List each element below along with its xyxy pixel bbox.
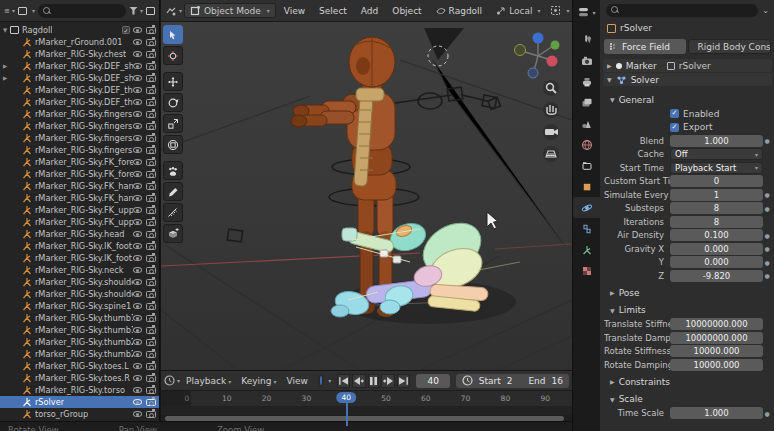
- camera-icon[interactable]: [146, 147, 156, 154]
- camera-icon[interactable]: [146, 375, 156, 382]
- eye-icon[interactable]: [133, 75, 142, 81]
- disclosure-icon[interactable]: ▶: [0, 75, 10, 81]
- timeline-track[interactable]: [161, 406, 572, 415]
- outliner-row[interactable]: rMarker_RIG-Sky.IK_foot.: [0, 252, 159, 264]
- number-field[interactable]: 1.000: [670, 407, 763, 419]
- camera-icon[interactable]: [146, 87, 156, 94]
- start-frame-field[interactable]: Start: [479, 376, 501, 386]
- outliner-row[interactable]: rMarker_RIG-Sky.DEF_thi: [0, 96, 159, 108]
- ruler-tick[interactable]: 30: [302, 394, 312, 403]
- eye-icon[interactable]: [133, 279, 142, 285]
- eye-icon[interactable]: [133, 171, 142, 177]
- tool-rotate[interactable]: [163, 93, 183, 112]
- tool-annotate[interactable]: [163, 182, 183, 201]
- jump-to-start-button[interactable]: [337, 374, 350, 388]
- outliner-row[interactable]: rMarker_RIG-Sky.IK_foot.: [0, 240, 159, 252]
- number-field[interactable]: 0.000: [670, 243, 763, 255]
- outliner-row[interactable]: rMarker_RIG-Sky.chest: [0, 48, 159, 60]
- camera-icon[interactable]: [146, 111, 156, 118]
- eye-icon[interactable]: [133, 195, 142, 201]
- outliner-row[interactable]: rMarker_RIG-Sky.fingers2: [0, 132, 159, 144]
- orientation-dropdown[interactable]: Local ▾: [492, 4, 544, 17]
- number-field[interactable]: 8: [670, 202, 763, 214]
- number-field[interactable]: 0: [670, 175, 763, 187]
- number-field[interactable]: 10000.000: [670, 345, 763, 357]
- properties-options-icon[interactable]: ⌄: [762, 6, 769, 15]
- perspective-button[interactable]: [543, 146, 559, 162]
- outliner-collection-row[interactable]: ▼ Ragdoll ✓: [0, 24, 159, 36]
- camera-icon[interactable]: [146, 99, 156, 106]
- ruler-tick[interactable]: 20: [262, 394, 272, 403]
- eye-icon[interactable]: [133, 291, 142, 297]
- tool-scale[interactable]: [163, 114, 183, 133]
- ruler-tick[interactable]: 60: [421, 394, 431, 403]
- eye-icon[interactable]: [133, 63, 142, 69]
- camera-icon[interactable]: [146, 39, 156, 46]
- tool-ragdoll-manipulate[interactable]: [163, 161, 183, 180]
- tab-physics-properties[interactable]: [573, 197, 600, 218]
- eye-icon[interactable]: [133, 111, 142, 117]
- camera-view-button[interactable]: [543, 124, 559, 140]
- properties-editor-type-button[interactable]: ▾: [573, 2, 600, 23]
- auto-keying-toggle[interactable]: [318, 374, 324, 387]
- panel-limits[interactable]: ▼Limits: [604, 304, 771, 317]
- camera-icon[interactable]: [146, 123, 156, 130]
- display-mode-button[interactable]: ▾: [18, 7, 35, 15]
- timeline-ruler[interactable]: 0102030405060708090: [161, 391, 572, 406]
- eye-icon[interactable]: [133, 87, 142, 93]
- eye-icon[interactable]: [133, 315, 142, 321]
- menu-ragdoll[interactable]: Ragdoll: [430, 4, 489, 18]
- pan-button[interactable]: [543, 102, 559, 118]
- camera-icon[interactable]: [146, 291, 156, 298]
- outliner-row-selected[interactable]: rSolver: [0, 396, 159, 408]
- camera-icon[interactable]: [146, 207, 156, 214]
- camera-icon[interactable]: [146, 171, 156, 178]
- camera-icon[interactable]: [146, 75, 156, 82]
- outliner-row[interactable]: rMarker_RIG-Sky.thumb2: [0, 348, 159, 360]
- gizmo-z-neg-axis[interactable]: [528, 68, 538, 78]
- menu-object[interactable]: Object: [386, 4, 427, 18]
- number-field[interactable]: 10000000.000: [670, 318, 763, 330]
- playhead-line[interactable]: [346, 403, 348, 426]
- eye-icon[interactable]: [133, 303, 142, 309]
- number-field[interactable]: 1: [670, 189, 763, 201]
- eye-icon[interactable]: [133, 159, 142, 165]
- outliner-row[interactable]: rMarker_RIG-Sky.FK_upp: [0, 204, 159, 216]
- eye-icon[interactable]: [133, 51, 142, 57]
- outliner-search-input[interactable]: [38, 4, 126, 18]
- tab-data-properties[interactable]: [573, 239, 600, 260]
- outliner-row[interactable]: rMarker_RIG-Sky.toes.R: [0, 372, 159, 384]
- ruler-tick[interactable]: 70: [461, 394, 471, 403]
- outliner-row[interactable]: rMarker_rGround.001: [0, 36, 159, 48]
- ruler-tick[interactable]: 80: [501, 394, 511, 403]
- filter-button[interactable]: ▾: [129, 7, 143, 15]
- number-field[interactable]: 10000000.000: [670, 332, 763, 344]
- prev-keyframe-button[interactable]: [352, 374, 366, 388]
- eye-icon[interactable]: [133, 387, 142, 393]
- outliner-row[interactable]: rMarker_RIG-Sky.FK_han: [0, 192, 159, 204]
- solver-panel-header[interactable]: ▼ Solver: [603, 73, 772, 86]
- tab-view-layer-properties[interactable]: [573, 92, 600, 113]
- panel-general[interactable]: ▼General: [604, 93, 771, 106]
- number-field[interactable]: 0.000: [670, 256, 763, 268]
- eye-icon[interactable]: [133, 183, 142, 189]
- start-frame-value[interactable]: 2: [507, 376, 513, 386]
- outliner-row[interactable]: ▶rMarker_RIG-Sky.DEF_shi: [0, 72, 159, 84]
- end-frame-field[interactable]: End: [528, 376, 545, 386]
- gizmo-y-axis[interactable]: [515, 45, 526, 56]
- outliner-row[interactable]: rMarker_RIG-Sky.neck: [0, 264, 159, 276]
- checkbox[interactable]: ✓: [670, 109, 679, 118]
- outliner-row[interactable]: rMarker_RIG-Sky.thumb1: [0, 312, 159, 324]
- pivot-dropdown[interactable]: ▾: [546, 4, 572, 18]
- camera-icon[interactable]: [146, 315, 156, 322]
- outliner-row[interactable]: rMarker_RIG-Sky.spine1: [0, 300, 159, 312]
- tool-measure[interactable]: [163, 203, 183, 222]
- camera-icon[interactable]: [146, 135, 156, 142]
- current-frame-field[interactable]: 40: [416, 374, 450, 388]
- camera-icon[interactable]: [146, 183, 156, 190]
- outliner-row[interactable]: rMarker_RIG-Sky.FK_han: [0, 180, 159, 192]
- ruler-tick[interactable]: 10: [222, 394, 232, 403]
- tab-output-properties[interactable]: [573, 71, 600, 92]
- auto-keying-dropdown[interactable]: ▾: [328, 377, 331, 384]
- mode-dropdown[interactable]: Object Mode ▾: [184, 3, 276, 18]
